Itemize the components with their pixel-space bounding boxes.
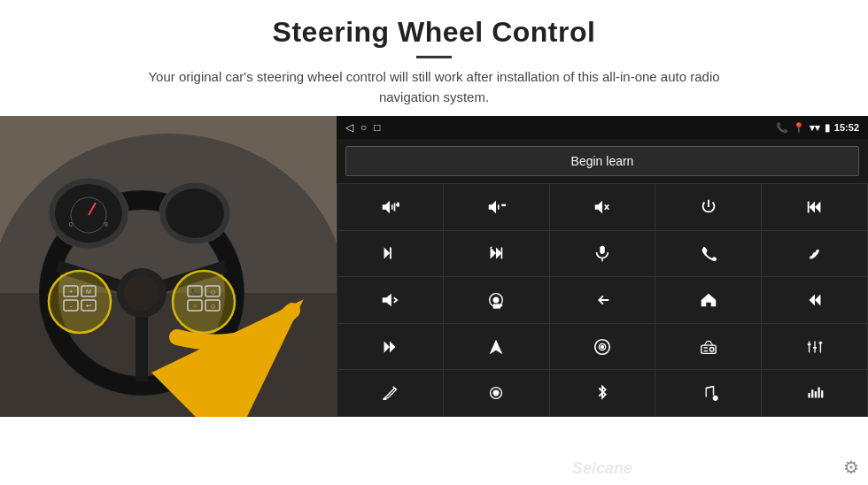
steering-wheel-image: + M - ↩ 📞 ◇ ○ ◇ (0, 116, 337, 417)
horn-button[interactable] (337, 277, 443, 323)
header-section: Steering Wheel Control Your original car… (0, 0, 868, 116)
bluetooth-button[interactable] (550, 370, 655, 416)
svg-point-20 (173, 271, 235, 333)
watermark: Seicane (572, 459, 632, 478)
svg-text:−: − (502, 201, 507, 210)
mic-button[interactable] (550, 231, 655, 277)
svg-marker-49 (809, 201, 814, 212)
status-right: 📞 📍 ▾▾ ▮ 15:52 (776, 122, 859, 134)
settings-knob-button[interactable] (444, 370, 549, 416)
subtitle: Your original car's steering wheel contr… (124, 67, 744, 107)
svg-text:360°: 360° (493, 304, 502, 309)
wifi-status-icon: ▾▾ (810, 122, 820, 134)
back-button[interactable] (550, 277, 655, 323)
gear-icon[interactable]: ⚙ (843, 457, 859, 478)
svg-marker-38 (383, 200, 390, 213)
svg-marker-66 (390, 341, 395, 352)
begin-learn-button[interactable]: Begin learn (345, 146, 859, 176)
svg-marker-51 (384, 248, 390, 259)
svg-marker-65 (384, 341, 390, 352)
page-title: Steering Wheel Control (35, 16, 833, 49)
svg-marker-45 (595, 200, 602, 213)
fast-forward-button[interactable] (444, 231, 549, 277)
status-bar: ◁ ○ □ 📞 📍 ▾▾ ▮ 15:52 (337, 116, 868, 139)
back-nav-icon[interactable]: ◁ (345, 121, 353, 134)
vol-up-button[interactable]: + (337, 184, 443, 230)
home-button[interactable] (655, 277, 761, 323)
power-button[interactable] (655, 184, 761, 230)
source-button[interactable] (550, 324, 655, 370)
battery-icon: ▮ (825, 122, 830, 134)
svg-marker-53 (491, 248, 496, 259)
title-divider (416, 56, 452, 58)
android-screen: ◁ ○ □ 📞 📍 ▾▾ ▮ 15:52 Begin learn (337, 116, 868, 417)
svg-marker-67 (490, 339, 503, 354)
svg-text:📞: 📞 (191, 288, 199, 296)
svg-text:⚙: ⚙ (712, 396, 717, 401)
phone-status-icon: 📞 (776, 122, 788, 134)
hang-up-button[interactable] (762, 231, 867, 277)
skip-back-button[interactable] (762, 277, 867, 323)
next-button[interactable] (337, 231, 443, 277)
mute-button[interactable] (550, 184, 655, 230)
svg-rect-57 (600, 246, 605, 254)
svg-text:○: ○ (193, 303, 197, 309)
radio-button[interactable] (655, 324, 761, 370)
music-button[interactable]: ⚙ (655, 370, 761, 416)
svg-marker-59 (383, 294, 391, 307)
clock: 15:52 (834, 122, 859, 133)
svg-marker-63 (815, 295, 820, 306)
svg-text:8: 8 (105, 221, 108, 227)
phone-button[interactable] (655, 231, 761, 277)
svg-marker-64 (809, 295, 814, 306)
eq-button[interactable] (762, 324, 867, 370)
nav-button[interactable] (444, 324, 549, 370)
cam-360-button[interactable]: 360° (444, 277, 549, 323)
svg-text:0: 0 (69, 221, 73, 227)
skip-fwd-button[interactable] (337, 324, 443, 370)
svg-text:+: + (397, 201, 400, 209)
content-section: + M - ↩ 📞 ◇ ○ ◇ (0, 116, 868, 485)
android-screen-wrapper: ◁ ○ □ 📞 📍 ▾▾ ▮ 15:52 Begin learn (337, 116, 868, 485)
svg-text:-: - (70, 302, 73, 310)
prev-track-button[interactable] (762, 184, 867, 230)
recent-nav-icon[interactable]: □ (374, 121, 380, 134)
svg-marker-48 (815, 201, 820, 212)
pen-button[interactable] (337, 370, 443, 416)
svg-point-70 (601, 345, 604, 348)
home-nav-icon[interactable]: ○ (360, 121, 367, 134)
location-status-icon: 📍 (793, 122, 805, 134)
svg-line-85 (706, 387, 713, 389)
svg-point-84 (493, 390, 499, 396)
svg-text:+: + (69, 288, 74, 296)
svg-point-11 (49, 271, 111, 333)
svg-point-72 (709, 347, 714, 351)
svg-marker-42 (489, 200, 496, 213)
svg-point-36 (166, 189, 224, 238)
begin-learn-row: Begin learn (337, 139, 868, 183)
vol-down-button[interactable]: − (444, 184, 549, 230)
svg-text:↩: ↩ (86, 302, 92, 310)
svg-marker-54 (496, 248, 501, 259)
svg-text:M: M (86, 289, 91, 295)
controls-grid: + − (337, 183, 868, 417)
page-container: Steering Wheel Control Your original car… (0, 0, 868, 485)
svg-point-61 (493, 297, 499, 303)
svg-point-10 (124, 275, 159, 311)
bars-button[interactable] (762, 370, 867, 416)
status-left: ◁ ○ □ (345, 121, 381, 134)
